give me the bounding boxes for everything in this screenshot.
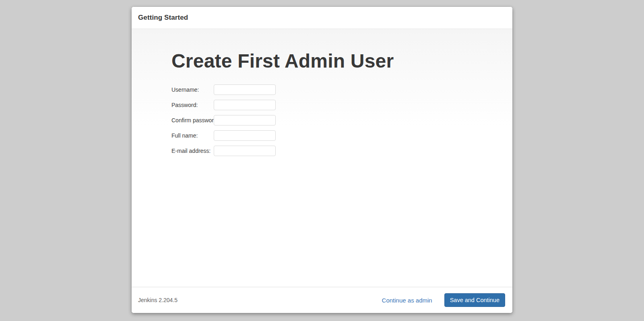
setup-wizard-panel: Getting Started Create First Admin User … bbox=[132, 7, 512, 313]
confirm-password-label: Confirm password: bbox=[171, 117, 214, 123]
confirm-password-input[interactable] bbox=[214, 115, 276, 126]
username-label: Username: bbox=[171, 86, 214, 93]
email-label: E-mail address: bbox=[171, 148, 214, 154]
save-and-continue-button[interactable]: Save and Continue bbox=[444, 293, 505, 307]
page-title: Create First Admin User bbox=[171, 50, 496, 72]
wizard-header: Getting Started bbox=[132, 7, 512, 29]
create-admin-form: Username: Password: Confirm password: Fu… bbox=[171, 84, 496, 156]
username-input[interactable] bbox=[214, 84, 276, 95]
password-label: Password: bbox=[171, 102, 214, 108]
continue-as-admin-link[interactable]: Continue as admin bbox=[382, 297, 432, 304]
jenkins-version-label: Jenkins 2.204.5 bbox=[138, 297, 178, 303]
wizard-content: Create First Admin User Username: Passwo… bbox=[132, 29, 512, 287]
password-input[interactable] bbox=[214, 100, 276, 110]
wizard-header-title: Getting Started bbox=[138, 14, 188, 22]
full-name-label: Full name: bbox=[171, 132, 214, 139]
email-input[interactable] bbox=[214, 146, 276, 156]
wizard-footer: Jenkins 2.204.5 Continue as admin Save a… bbox=[132, 287, 512, 313]
full-name-input[interactable] bbox=[214, 130, 276, 141]
